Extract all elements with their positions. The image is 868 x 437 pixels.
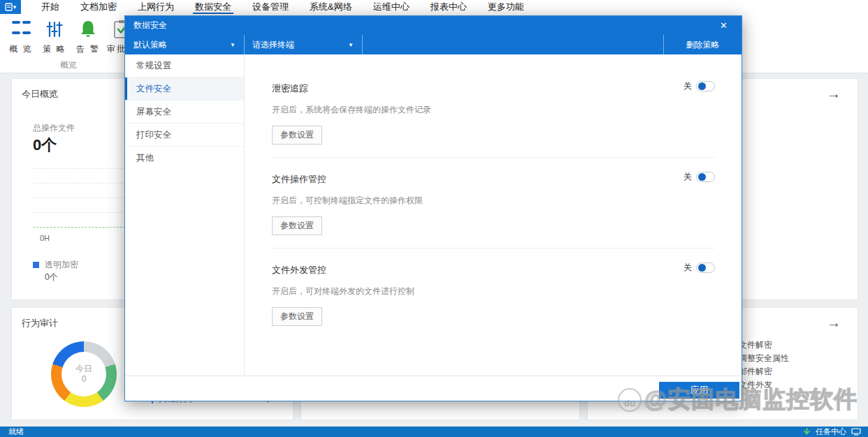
- metric-value: 0个: [33, 135, 57, 156]
- grid-icon: [10, 18, 32, 40]
- policy-dropdown[interactable]: 默认策略 ▼: [125, 35, 244, 54]
- menu-item-report-center[interactable]: 报表中心: [420, 0, 477, 14]
- overview-tool-button[interactable]: 概 览: [4, 18, 38, 55]
- menu-bar: ▾ 开始 文档加密 上网行为 数据安全 设备管理 系统&网络 运维中心 报表中心…: [0, 0, 868, 14]
- menu-item-doc-encryption[interactable]: 文档加密: [70, 0, 127, 14]
- toggle-state-label: 关: [683, 262, 692, 274]
- right-arrow-icon[interactable]: →: [827, 315, 841, 331]
- toggle-knob: [698, 173, 706, 181]
- card-title: 今日概览: [22, 88, 58, 101]
- chart-legend: 透明加密: [33, 259, 78, 271]
- section-leak-tracking: 泄密追踪 关 开启后，系统将会保存终端的操作文件记录 参数设置: [272, 82, 715, 145]
- chevron-down-icon: ▼: [230, 42, 236, 48]
- section-file-outgoing: 文件外发管控 关 开启后，可对终端外发的文件进行控制 参数设置: [272, 264, 715, 326]
- donut-center-value: 0: [82, 374, 87, 385]
- tool-label: 概 览: [9, 43, 32, 55]
- tool-label: 告 警: [76, 43, 99, 55]
- donut-center: 今日 0: [62, 352, 106, 397]
- param-settings-button[interactable]: 参数设置: [272, 126, 322, 145]
- status-text: 就绪: [0, 427, 24, 437]
- menu-item-more-features[interactable]: 更多功能: [477, 0, 535, 14]
- stat-row-mail-decrypt: 邮件解密 0: [739, 365, 868, 378]
- row-label: 文件外发: [739, 379, 772, 391]
- dialog-footer-divider: [125, 376, 742, 376]
- sidebar-item-file-security[interactable]: 文件安全: [125, 77, 244, 101]
- stat-row-file-decrypt: 文件解密 0: [739, 339, 868, 352]
- menu-item-web-behavior[interactable]: 上网行为: [127, 0, 185, 14]
- leak-tracking-toggle[interactable]: [696, 81, 715, 91]
- terminal-dropdown-value: 请选择终端: [252, 39, 294, 51]
- dialog-toolbar: 默认策略 ▼ 请选择终端 ▼ 删除策略: [125, 35, 742, 54]
- menu-item-data-security[interactable]: 数据安全: [185, 0, 242, 14]
- menu-items: 开始 文档加密 上网行为 数据安全 设备管理 系统&网络 运维中心 报表中心 更…: [31, 0, 535, 14]
- menu-item-ops-center[interactable]: 运维中心: [363, 0, 420, 14]
- alert-tool-button[interactable]: 告 警: [71, 18, 105, 55]
- legend-value: 0个: [45, 272, 58, 283]
- behavior-donut-chart: 今日 0: [51, 341, 117, 407]
- toggle-state-label: 关: [683, 80, 692, 92]
- section-file-operation: 文件操作管控 关 开启后，可控制终端指定文件的操作权限 参数设置: [272, 173, 715, 235]
- bell-icon: [77, 18, 99, 40]
- toggle-group: 关: [683, 80, 715, 92]
- param-settings-button[interactable]: 参数设置: [272, 307, 322, 326]
- right-arrow-icon[interactable]: →: [827, 86, 841, 102]
- sliders-icon: [43, 18, 66, 40]
- status-bar-right: 任务中心: [803, 427, 868, 437]
- download-arrow-icon: [803, 428, 811, 436]
- delete-policy-button[interactable]: 删除策略: [664, 35, 742, 54]
- section-description: 开启后，系统将会保存终端的操作文件记录: [272, 104, 715, 116]
- stat-row-adjust-security: 调整安全属性 0: [739, 352, 868, 365]
- row-label: 文件解密: [739, 339, 772, 351]
- metric-label: 总操作文件: [33, 122, 75, 134]
- toggle-knob: [698, 264, 706, 272]
- sidebar-item-screen-security[interactable]: 屏幕安全: [125, 101, 244, 124]
- dialog-sidebar: 常规设置 文件安全 屏幕安全 打印安全 其他: [125, 54, 244, 170]
- section-divider: [272, 157, 715, 158]
- dialog-content: 泄密追踪 关 开启后，系统将会保存终端的操作文件记录 参数设置 文件操作管控 关…: [272, 54, 715, 326]
- menu-item-system-network[interactable]: 系统&网络: [299, 0, 363, 14]
- section-description: 开启后，可对终端外发的文件进行控制: [272, 286, 715, 297]
- menu-item-device-mgmt[interactable]: 设备管理: [242, 0, 299, 14]
- stat-rows: 文件解密 0 调整安全属性 0 邮件解密 0 文件外发 0: [739, 339, 868, 392]
- toolbar-separator: [362, 35, 363, 54]
- sidebar-item-general[interactable]: 常规设置: [125, 54, 244, 77]
- policy-dropdown-value: 默认策略: [133, 39, 167, 51]
- policy-tool-button[interactable]: 策 略: [38, 18, 71, 55]
- dialog-body: 常规设置 文件安全 屏幕安全 打印安全 其他 泄密追踪 关 开启后，系统将会保存…: [125, 54, 742, 376]
- ribbon-group-label: 概览: [60, 59, 77, 71]
- section-title: 泄密追踪: [272, 82, 715, 95]
- sidebar-divider: [244, 54, 245, 376]
- terminal-dropdown[interactable]: 请选择终端 ▼: [244, 35, 362, 54]
- section-divider: [272, 248, 715, 249]
- ribbon-group-strip: 概览: [0, 57, 137, 73]
- dialog-title: 数据安全: [133, 20, 167, 31]
- section-description: 开启后，可控制终端指定文件的操作权限: [272, 195, 715, 207]
- sidebar-item-print-security[interactable]: 打印安全: [125, 124, 244, 147]
- section-title: 文件外发管控: [272, 264, 715, 276]
- param-settings-button[interactable]: 参数设置: [272, 216, 322, 235]
- section-title: 文件操作管控: [272, 173, 715, 186]
- task-center-button[interactable]: 任务中心: [816, 427, 846, 437]
- file-outgoing-toggle[interactable]: [696, 262, 715, 273]
- sidebar-item-other[interactable]: 其他: [125, 147, 244, 170]
- toggle-group: 关: [683, 171, 715, 183]
- apply-button[interactable]: 应用: [659, 382, 739, 399]
- toggle-state-label: 关: [683, 171, 692, 183]
- legend-swatch: [33, 262, 39, 268]
- tool-label: 策 略: [43, 43, 66, 55]
- legend-label: 透明加密: [45, 259, 78, 271]
- monitor-icon[interactable]: [851, 428, 861, 436]
- toggle-group: 关: [683, 262, 715, 274]
- caret-down-icon: ▾: [13, 3, 17, 10]
- file-operation-toggle[interactable]: [696, 172, 715, 182]
- status-bar: 就绪 任务中心: [0, 427, 868, 437]
- close-icon[interactable]: ✕: [714, 20, 733, 31]
- menu-item-start[interactable]: 开始: [31, 0, 70, 14]
- row-label: 邮件解密: [739, 366, 772, 378]
- app-window-icon: [5, 3, 13, 11]
- chevron-down-icon: ▼: [348, 42, 354, 48]
- x-axis-label: 0H: [40, 234, 50, 242]
- donut-center-label: 今日: [75, 364, 92, 374]
- app-menu-button[interactable]: ▾: [0, 0, 21, 14]
- dialog-title-bar: 数据安全 ✕: [125, 16, 742, 35]
